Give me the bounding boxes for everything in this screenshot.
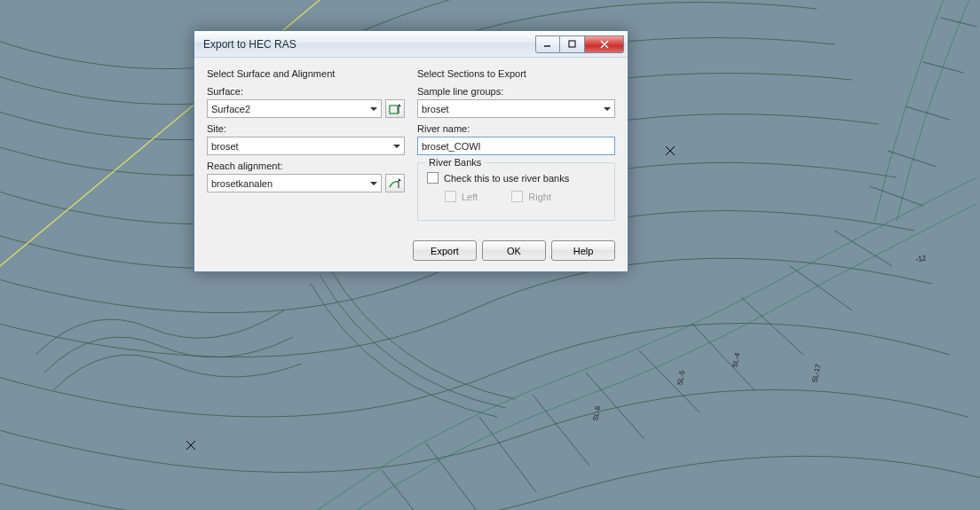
river-value: broset_COWI [422,141,481,152]
use-river-banks-label: Check this to use river banks [444,173,569,184]
close-icon [600,40,609,49]
surface-label: Surface: [207,86,405,97]
ok-button[interactable]: OK [482,240,546,261]
sample-label: Sample line groups: [417,86,615,97]
right-bank-checkbox [511,191,523,202]
close-button[interactable] [585,35,624,53]
site-label: Site: [207,123,405,134]
maximize-icon [568,40,577,49]
minimize-button[interactable] [535,35,560,53]
reach-picker-button[interactable] [385,174,405,192]
use-river-banks-checkbox[interactable] [427,172,439,184]
surface-value: Surface2 [211,104,250,114]
right-heading: Select Sections to Export [417,68,615,79]
site-value: broset [211,141,239,152]
titlebar[interactable]: Export to HEC RAS [194,31,628,58]
sample-value: broset [422,104,449,114]
reach-value: brosetkanalen [211,178,273,189]
svg-text:-12: -12 [915,254,927,263]
left-heading: Select Surface and Alignment [207,68,405,79]
site-select[interactable]: broset [207,137,405,155]
river-banks-group: River Banks Check this to use river bank… [417,162,615,221]
surface-select[interactable]: Surface2 [207,99,382,118]
surface-picker-button[interactable] [385,99,405,118]
svg-rect-30 [390,106,398,114]
export-button[interactable]: Export [413,240,477,261]
dialog-button-row: Export OK Help [194,233,628,271]
surface-alignment-panel: Select Surface and Alignment Surface: Su… [207,68,405,221]
right-bank-label: Right [528,192,551,202]
river-name-input[interactable]: broset_COWI [417,137,615,155]
reach-label: Reach alignment: [207,161,405,171]
left-bank-label: Left [462,192,478,202]
river-label: River name: [417,123,615,134]
help-button[interactable]: Help [551,240,615,261]
alignment-picker-icon [388,177,402,191]
svg-rect-27 [569,41,575,47]
maximize-button[interactable] [560,35,585,53]
sections-export-panel: Select Sections to Export Sample line gr… [417,68,615,221]
reach-select[interactable]: brosetkanalen [207,174,382,192]
left-bank-checkbox [445,191,456,202]
minimize-icon [543,40,552,49]
window-title: Export to HEC RAS [203,38,535,51]
surface-picker-icon [388,102,402,116]
river-banks-title: River Banks [425,157,485,168]
export-dialog: Export to HEC RAS Select Surface and Ali… [194,30,628,272]
sample-line-select[interactable]: broset [417,99,615,118]
